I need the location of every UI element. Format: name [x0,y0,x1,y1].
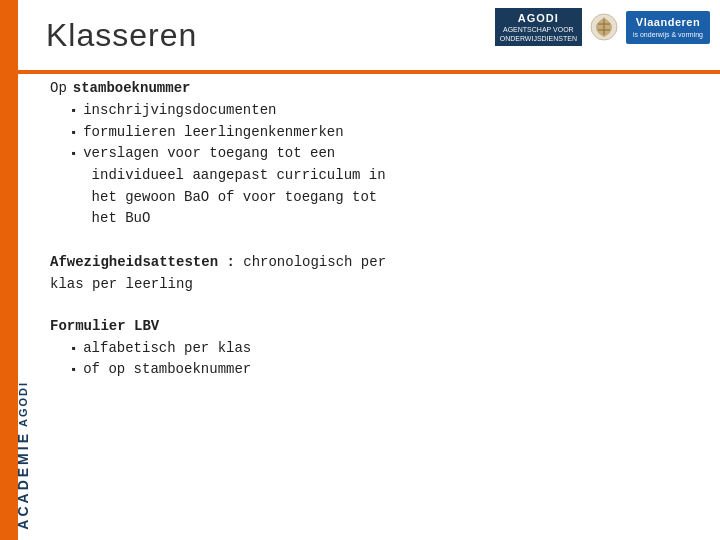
brand-academie-label: ACADEMIE [15,431,31,530]
bullet-text-of: of op stamboeknummer [83,359,251,381]
section-afwezigheid: Afwezigheidsattesten : chronologisch per… [50,252,700,295]
slide: Klasseren AGODI AGENTSCHAP VOORONDERWIJS… [0,0,720,540]
logo-area: AGODI AGENTSCHAP VOORONDERWIJSDIENSTEN V… [495,8,710,46]
bullet-text-formulieren: formulieren leerlingenkenmerken [83,122,343,144]
formulier-bullets: alfabetisch per klas of op stamboeknumme… [70,338,700,381]
afwezigheid-normal-text: chronologisch per [235,254,386,270]
brand-agodi-label: AGODI [17,381,29,427]
formulier-title: Formulier LBV [50,318,700,334]
main-content: Op stamboeknummer inschrijvingsdocumente… [50,80,700,530]
list-item: inschrijvingsdocumenten [70,100,700,122]
list-item: formulieren leerlingenkenmerken [70,122,700,144]
afwezigheid-line2: klas per leerling [50,276,193,292]
bullet-text-verslagen: verslagen voor toegang tot een individue… [83,143,385,230]
vlaanderen-logo-subtitle: is onderwijs & vorming [633,30,703,40]
page-title: Klasseren [46,17,197,54]
list-item: alfabetisch per klas [70,338,700,360]
section-stamboeknummer: Op stamboeknummer inschrijvingsdocumente… [50,80,700,230]
bullet-text-inschrijving: inschrijvingsdocumenten [83,100,276,122]
vlaanderen-logo: Vlaanderen is onderwijs & vorming [626,11,710,44]
vlaanderen-logo-name: Vlaanderen [633,15,703,30]
op-line: Op stamboeknummer [50,80,700,96]
list-item: verslagen voor toegang tot een individue… [70,143,700,230]
afwezigheid-bold-label: Afwezigheidsattesten : [50,254,235,270]
agodi-logo-name: AGODI [500,11,577,25]
bottom-branding: AGODI ACADEMIE [0,340,45,540]
list-item: of op stamboeknummer [70,359,700,381]
agodi-logo: AGODI AGENTSCHAP VOORONDERWIJSDIENSTEN [495,8,582,46]
logo-decorative-icon [590,13,618,41]
header-divider [18,70,720,74]
section-formulier: Formulier LBV alfabetisch per klas of op… [50,318,700,381]
op-label: Op [50,80,67,96]
afwezigheid-text: Afwezigheidsattesten : chronologisch per… [50,252,700,295]
stamboeknummer-bullets: inschrijvingsdocumenten formulieren leer… [70,100,700,230]
stamboeknummer-label: stamboeknummer [73,80,191,96]
bullet-text-alfabetisch: alfabetisch per klas [83,338,251,360]
agodi-logo-subtitle: AGENTSCHAP VOORONDERWIJSDIENSTEN [500,25,577,43]
